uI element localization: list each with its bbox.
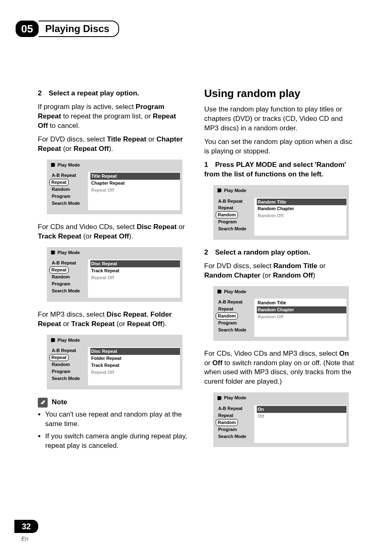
play-mode-menu-item[interactable]: Repeat [49, 179, 69, 186]
play-mode-panel-random-cd: Play ModeA-B RepeatRepeatRandomProgramSe… [213, 392, 349, 447]
note-list: You can't use repeat and random play at … [38, 410, 188, 451]
play-mode-menu: A-B RepeatRepeatRandomProgramSearch Mode [47, 257, 88, 301]
note-item: You can't use repeat and random play at … [45, 410, 188, 429]
chapter-number-badge: 05 [16, 21, 39, 37]
play-mode-option[interactable]: Folder Repeat [90, 355, 180, 362]
play-mode-menu-item[interactable]: Repeat [217, 412, 254, 419]
play-mode-menu-item[interactable]: Random [216, 419, 238, 426]
play-mode-option[interactable]: Random Chapter [257, 205, 346, 212]
play-mode-menu-item[interactable]: Random [216, 313, 238, 320]
svg-point-1 [54, 251, 55, 252]
play-mode-menu-item[interactable]: A-B Repeat [50, 172, 88, 179]
svg-point-5 [220, 396, 221, 397]
play-mode-menu: A-B RepeatRepeatRandomProgramSearch Mode [213, 403, 254, 447]
play-mode-menu-item[interactable]: Search Mode [217, 327, 254, 334]
body-text: Use the random play function to play tit… [204, 105, 354, 133]
play-mode-options: Random TitleRandom ChapterRandom Off [254, 299, 346, 336]
play-mode-menu-item[interactable]: Program [50, 280, 88, 287]
play-mode-panel-random-2: Play ModeA-B RepeatRepeatRandomProgramSe… [213, 286, 349, 341]
play-mode-option[interactable]: On [257, 406, 346, 413]
page-number-badge: 32 [14, 520, 38, 533]
play-mode-menu-item[interactable]: Repeat [217, 306, 254, 313]
play-mode-menu-item[interactable]: Search Mode [217, 225, 254, 232]
play-mode-menu-item[interactable]: A-B Repeat [217, 198, 254, 205]
play-mode-menu: A-B RepeatRepeatRandomProgramSearch Mode [47, 345, 88, 389]
play-mode-title: Play Mode [47, 247, 182, 257]
chapter-title: Playing Discs [39, 21, 119, 37]
play-mode-title: Play Mode [47, 160, 182, 170]
play-mode-option[interactable]: Chapter Repeat [90, 180, 180, 187]
play-mode-panel-random-1: Play ModeA-B RepeatRepeatRandomProgramSe… [213, 185, 349, 240]
play-mode-options: Title RepeatChapter RepeatRepeat Off [88, 172, 180, 210]
play-mode-option[interactable]: Random Title [257, 299, 346, 306]
play-mode-title: Play Mode [47, 335, 182, 345]
left-column: 2 Select a repeat play option. If progra… [38, 86, 188, 507]
play-mode-option[interactable]: Repeat Off [90, 369, 180, 376]
play-mode-menu: A-B RepeatRepeatRandomProgramSearch Mode [213, 195, 254, 240]
body-text: If program play is active, select Progra… [38, 102, 188, 131]
body-text: You can set the random play option when … [204, 137, 354, 156]
play-mode-menu-item[interactable]: Program [50, 368, 88, 375]
play-mode-option[interactable]: Disc Repeat [90, 260, 180, 267]
body-text: For CDs, Video CDs and MP3 discs, select… [204, 349, 354, 387]
play-mode-title: Play Mode [213, 392, 349, 403]
body-text: For CDs and Video CDs, select Disc Repea… [38, 222, 188, 241]
page-language: En [21, 535, 28, 542]
svg-point-0 [54, 163, 55, 164]
play-mode-menu: A-B RepeatRepeatRandomProgramSearch Mode [47, 169, 88, 214]
play-mode-menu-item[interactable]: Random [50, 186, 88, 193]
play-mode-option[interactable]: Repeat Off [90, 187, 180, 194]
play-mode-panel-repeat-dvd: Play ModeA-B RepeatRepeatRandomProgramSe… [47, 160, 182, 214]
play-mode-option[interactable]: Random Title [257, 199, 346, 206]
play-mode-menu-item[interactable]: Search Mode [217, 433, 254, 440]
section-heading: Using random play [204, 86, 354, 101]
body-text: For MP3 discs, select Disc Repeat, Folde… [38, 310, 188, 329]
play-mode-option[interactable]: Track Repeat [90, 362, 180, 369]
play-mode-panel-repeat-cd: Play ModeA-B RepeatRepeatRandomProgramSe… [47, 247, 182, 302]
play-mode-menu-item[interactable]: Repeat [49, 266, 69, 273]
play-mode-menu-item[interactable]: Repeat [217, 204, 254, 211]
body-text: For DVD discs, select Random Title or Ra… [204, 262, 354, 280]
play-mode-menu-item[interactable]: Random [50, 361, 88, 368]
play-mode-menu-item[interactable]: Repeat [49, 354, 69, 361]
play-mode-option[interactable]: Track Repeat [90, 267, 180, 274]
note-label: Note [52, 398, 67, 407]
play-mode-menu-item[interactable]: A-B Repeat [50, 347, 88, 354]
play-mode-menu-item[interactable]: A-B Repeat [217, 299, 254, 306]
play-mode-option[interactable]: Random Off [257, 212, 346, 219]
play-mode-menu-item[interactable]: Random [50, 273, 88, 280]
play-mode-menu-item[interactable]: Random [216, 211, 238, 218]
play-mode-options: Random TitleRandom ChapterRandom Off [254, 198, 346, 236]
svg-point-4 [220, 290, 221, 291]
play-mode-option[interactable]: Title Repeat [90, 173, 180, 180]
play-mode-menu-item[interactable]: Search Mode [50, 287, 88, 294]
step-heading: 2 Select a random play option. [204, 248, 354, 257]
step-heading: 2 Select a repeat play option. [38, 89, 188, 98]
play-mode-menu-item[interactable]: Search Mode [50, 375, 88, 382]
play-mode-options: Disc RepeatTrack RepeatRepeat Off [88, 259, 180, 297]
play-mode-menu-item[interactable]: A-B Repeat [217, 405, 254, 412]
play-mode-menu-item[interactable]: Program [217, 218, 254, 225]
play-mode-title: Play Mode [213, 286, 349, 297]
play-mode-menu-item[interactable]: Program [217, 426, 254, 433]
play-mode-options: Disc RepeatFolder RepeatTrack RepeatRepe… [88, 347, 180, 385]
right-column: Using random play Use the random play fu… [204, 86, 354, 507]
note-item: If you switch camera angle during repeat… [45, 432, 188, 451]
note-icon [38, 398, 48, 408]
play-mode-menu-item[interactable]: Program [217, 320, 254, 327]
play-mode-option[interactable]: Random Chapter [257, 306, 346, 313]
play-mode-option[interactable]: Disc Repeat [90, 348, 180, 355]
step-heading: 1 Press PLAY MODE and select 'Random' fr… [204, 160, 354, 179]
play-mode-menu-item[interactable]: A-B Repeat [50, 259, 88, 266]
body-text: For DVD discs, select Title Repeat or Ch… [38, 135, 188, 154]
play-mode-menu: A-B RepeatRepeatRandomProgramSearch Mode [213, 296, 254, 341]
play-mode-option[interactable]: Random Off [257, 313, 346, 320]
play-mode-panel-repeat-mp3: Play ModeA-B RepeatRepeatRandomProgramSe… [47, 335, 182, 389]
play-mode-option[interactable]: Repeat Off [90, 274, 180, 281]
play-mode-title: Play Mode [213, 185, 349, 195]
svg-point-2 [54, 338, 55, 339]
play-mode-option[interactable]: Off [257, 413, 346, 420]
play-mode-options: OnOff [254, 405, 346, 443]
play-mode-menu-item[interactable]: Program [50, 193, 88, 200]
play-mode-menu-item[interactable]: Search Mode [50, 200, 88, 207]
